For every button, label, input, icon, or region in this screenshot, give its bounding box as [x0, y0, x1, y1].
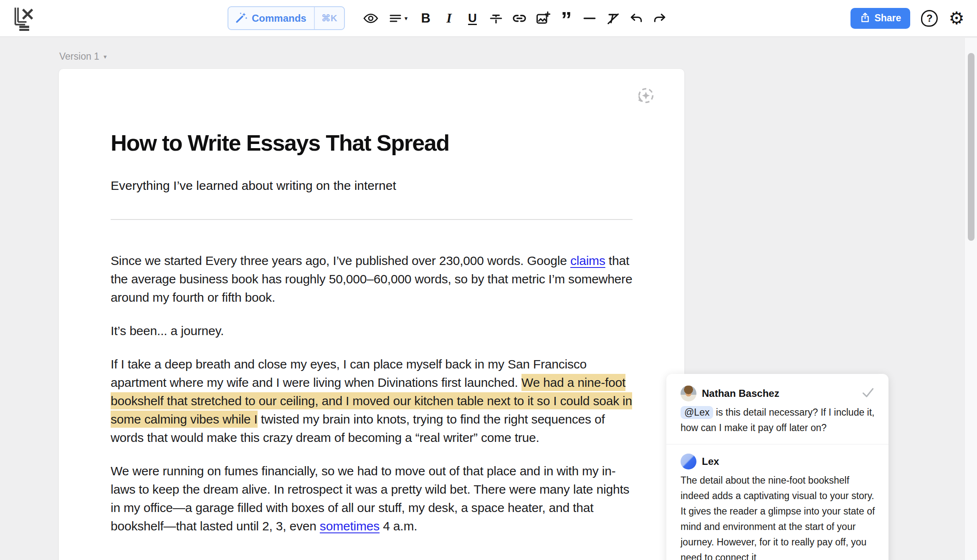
horizontal-rule-icon	[582, 11, 597, 25]
mention-chip[interactable]: @Lex	[681, 406, 713, 419]
blockquote-icon: ”	[561, 15, 571, 28]
top-toolbar: Commands ⌘K	[0, 0, 977, 37]
scrollbar-track[interactable]	[964, 38, 977, 560]
settings-button[interactable]: ⚙	[949, 10, 964, 27]
scrollbar-thumb[interactable]	[968, 53, 974, 241]
paragraph[interactable]: It’s been... a journey.	[111, 322, 633, 340]
help-button[interactable]: ?	[921, 10, 938, 27]
ai-refresh-icon[interactable]	[636, 86, 656, 106]
commands-shortcut: ⌘K	[315, 13, 344, 24]
version-label: Version 1	[59, 51, 99, 62]
format-buttons-row: ▾ B I U	[359, 6, 671, 31]
paragraph[interactable]: We were running on fumes financially, so…	[111, 462, 633, 535]
image-add-icon	[535, 11, 550, 26]
resolve-check-icon[interactable]	[862, 387, 874, 400]
user-avatar	[681, 386, 696, 401]
clear-formatting-icon	[605, 11, 620, 26]
document-subtitle[interactable]: Everything I’ve learned about writing on…	[111, 177, 633, 195]
share-icon	[860, 12, 871, 24]
blockquote-button[interactable]: ”	[554, 6, 578, 31]
link-button[interactable]	[508, 6, 531, 31]
redo-icon	[653, 11, 667, 25]
lex-avatar	[681, 454, 696, 469]
lex-logo[interactable]	[11, 6, 37, 31]
italic-icon: I	[446, 10, 451, 26]
undo-icon	[629, 11, 643, 25]
text-run: It’s been... a journey.	[111, 324, 224, 338]
strikethrough-icon	[489, 11, 503, 25]
horizontal-rule-button[interactable]	[578, 6, 601, 31]
insert-image-button[interactable]	[531, 6, 554, 31]
underline-button[interactable]: U	[461, 6, 484, 31]
comment-author: Lex	[702, 456, 719, 467]
redo-button[interactable]	[648, 6, 671, 31]
comment[interactable]: LexThe detail about the nine-foot booksh…	[681, 453, 875, 560]
gear-icon: ⚙	[949, 10, 964, 27]
paragraph[interactable]: If I take a deep breath and close my eye…	[111, 355, 633, 447]
comment-divider	[666, 444, 888, 444]
italic-button[interactable]: I	[438, 6, 461, 31]
text-run: The detail about the nine-foot bookshelf…	[681, 475, 875, 560]
undo-button[interactable]	[625, 6, 648, 31]
text-run: If I take a deep breath and close my eye…	[111, 357, 587, 389]
bold-button[interactable]: B	[414, 6, 438, 31]
chevron-down-icon: ▾	[405, 15, 408, 22]
document-card: How to Write Essays That Spread Everythi…	[58, 68, 685, 560]
text-align-button[interactable]: ▾	[382, 6, 414, 31]
link-icon	[512, 11, 527, 26]
lex-app: Commands ⌘K	[0, 0, 977, 560]
text-run: 4 a.m.	[380, 519, 417, 533]
chevron-down-icon: ▾	[104, 53, 107, 61]
comment-text: The detail about the nine-foot bookshelf…	[681, 473, 875, 560]
commands-button[interactable]: Commands ⌘K	[228, 6, 345, 30]
commands-label: Commands	[252, 13, 306, 24]
comment-text: @Lex is this detail necessary? If I incl…	[681, 405, 875, 436]
document-title[interactable]: How to Write Essays That Spread	[111, 127, 633, 158]
comment[interactable]: Nathan Baschez@Lex is this detail necess…	[681, 385, 875, 436]
comment-author: Nathan Baschez	[702, 388, 779, 399]
preview-eye-button[interactable]	[359, 6, 382, 31]
comments-panel: Nathan Baschez@Lex is this detail necess…	[666, 374, 888, 560]
share-label: Share	[874, 13, 901, 24]
align-lines-icon	[389, 12, 402, 25]
share-button[interactable]: Share	[850, 8, 910, 29]
header-right-controls: Share ? ⚙	[850, 0, 964, 36]
eye-icon	[363, 11, 379, 25]
version-selector[interactable]: Version 1 ▾	[59, 51, 106, 62]
inline-link[interactable]: sometimes	[320, 519, 380, 533]
document-body[interactable]: Since we started Every three years ago, …	[111, 252, 633, 535]
underline-icon: U	[468, 11, 477, 25]
help-icon: ?	[921, 10, 938, 27]
magic-wand-icon	[235, 11, 248, 25]
bold-icon: B	[421, 11, 430, 26]
formatting-toolbar: Commands ⌘K	[228, 0, 671, 36]
text-run: Since we started Every three years ago, …	[111, 254, 570, 267]
document-divider	[111, 219, 633, 220]
strikethrough-button[interactable]	[484, 6, 508, 31]
paragraph[interactable]: Since we started Every three years ago, …	[111, 252, 633, 307]
clear-formatting-button[interactable]	[601, 6, 625, 31]
inline-link[interactable]: claims	[570, 254, 605, 267]
